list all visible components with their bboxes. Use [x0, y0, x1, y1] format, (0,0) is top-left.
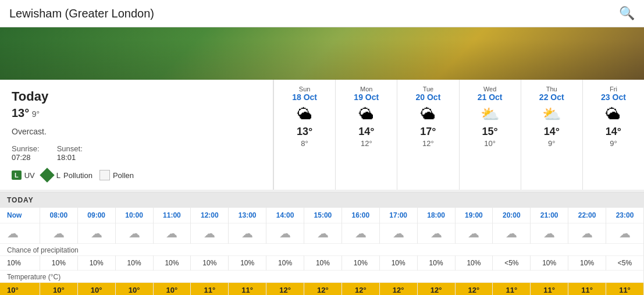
- weather-icon-cell: ☁: [379, 223, 417, 244]
- weather-icon-cell: ☁: [455, 223, 493, 244]
- sunset-label: Sunset:: [57, 144, 83, 153]
- pollution-level: L: [56, 171, 61, 180]
- precip-cell: 10%: [417, 256, 455, 271]
- weather-icon-cell: ☁: [191, 223, 229, 244]
- cloud-icon: ☁: [468, 227, 479, 240]
- forecast-day[interactable]: Tue 20 Oct 🌥 17° 12°: [397, 80, 458, 190]
- hourly-section: TODAY Now08:0009:0010:0011:0012:0013:001…: [0, 192, 644, 295]
- forecast-low: 10°: [464, 139, 516, 148]
- hourly-table: Now08:0009:0010:0011:0012:0013:0014:0015…: [0, 208, 644, 295]
- badges-row: L UV L Pollution Pollen: [12, 170, 261, 180]
- forecast-day-name: Wed: [464, 86, 516, 93]
- today-label-bar: TODAY: [0, 193, 644, 208]
- precip-cell: 10%: [568, 256, 606, 271]
- temp-cell: 11°: [606, 283, 644, 296]
- forecast-high: 14°: [340, 126, 392, 138]
- search-icon[interactable]: 🔍: [619, 6, 635, 21]
- temp-cell: 12°: [266, 283, 304, 296]
- temp-cell: 10°: [0, 283, 40, 296]
- temp-cell: 11°: [568, 283, 606, 296]
- forecast-day[interactable]: Mon 19 Oct 🌥 14° 12°: [335, 80, 397, 190]
- weather-icon-cell: ☁: [153, 223, 191, 244]
- time-header-cell: 19:00: [455, 208, 493, 223]
- cloud-icon: ☁: [543, 227, 555, 240]
- time-header-cell: 13:00: [229, 208, 266, 223]
- cloud-icon: ☁: [7, 227, 19, 240]
- weather-icon-cell: ☁: [417, 223, 455, 244]
- forecast-icon: ⛅: [526, 105, 578, 123]
- location-title: Lewisham (Greater London): [9, 7, 154, 20]
- time-header-cell: 22:00: [568, 208, 606, 223]
- time-header-cell: 10:00: [115, 208, 153, 223]
- precip-cell: 10%: [191, 256, 229, 271]
- forecast-high: 17°: [402, 126, 454, 138]
- time-header-cell: 18:00: [417, 208, 455, 223]
- forecast-date: 23 Oct: [588, 93, 639, 102]
- forecast-high: 14°: [588, 126, 639, 138]
- weather-icon-cell: ☁: [341, 223, 379, 244]
- precip-cell: 10%: [153, 256, 191, 271]
- forecast-day-name: Mon: [340, 86, 392, 93]
- forecast-day-name: Thu: [526, 86, 578, 93]
- forecast-icon: 🌥: [588, 105, 639, 123]
- time-header-row: Now08:0009:0010:0011:0012:0013:0014:0015…: [0, 208, 644, 223]
- temp-label-row: Temperature (°C): [0, 271, 644, 283]
- forecast-low: 9°: [526, 139, 578, 148]
- time-header-cell: 08:00: [40, 208, 77, 223]
- cloud-icon: ☁: [317, 227, 329, 240]
- precip-row: 10%10%10%10%10%10%10%10%10%10%10%10%10%<…: [0, 256, 644, 271]
- cloud-icon: ☁: [53, 227, 65, 240]
- weather-icon-cell: ☁: [40, 223, 77, 244]
- forecast-icon: ⛅: [464, 105, 516, 123]
- cloud-icon: ☁: [430, 227, 442, 240]
- forecast-date: 22 Oct: [526, 93, 578, 102]
- temp-cell: 10°: [115, 283, 153, 296]
- forecast-day[interactable]: Thu 22 Oct ⛅ 14° 9°: [521, 80, 582, 190]
- forecast-strip: Sun 18 Oct 🌥 13° 8° Mon 19 Oct 🌥 14° 12°…: [273, 80, 644, 190]
- today-panel: Today 13° 9° Overcast. Sunrise: 07:28 Su…: [0, 80, 273, 190]
- forecast-low: 9°: [588, 139, 639, 148]
- cloud-icon: ☁: [129, 227, 140, 240]
- temp-cell: 11°: [493, 283, 531, 296]
- sunset-time: 18:01: [57, 153, 76, 162]
- precip-cell: 10%: [266, 256, 304, 271]
- temp-cell: 12°: [341, 283, 379, 296]
- cloud-icon: ☁: [506, 227, 517, 240]
- time-header-cell: 20:00: [493, 208, 531, 223]
- pollution-badge: L Pollution: [42, 170, 92, 180]
- time-header-cell: 11:00: [153, 208, 191, 223]
- temp-cell: 11°: [531, 283, 568, 296]
- precip-cell: 10%: [115, 256, 153, 271]
- uv-level: L: [12, 170, 22, 180]
- forecast-day-name: Fri: [588, 86, 639, 93]
- weather-icon-cell: ☁: [531, 223, 568, 244]
- forecast-icon: 🌥: [279, 105, 330, 123]
- temp-cell: 11°: [191, 283, 229, 296]
- forecast-day[interactable]: Fri 23 Oct 🌥 14° 9°: [582, 80, 644, 190]
- temp-cell: 10°: [77, 283, 115, 296]
- sunset-item: Sunset: 18:01: [57, 144, 83, 162]
- weather-icon-cell: ☁: [229, 223, 266, 244]
- cloud-icon: ☁: [619, 227, 631, 240]
- precip-cell: 10%: [40, 256, 77, 271]
- sunrise-time: 07:28: [12, 153, 31, 162]
- temp-cell: 11°: [229, 283, 266, 296]
- forecast-low: 12°: [340, 139, 392, 148]
- forecast-high: 14°: [526, 126, 578, 138]
- time-header-cell: 16:00: [341, 208, 379, 223]
- pollen-icon: [99, 170, 110, 180]
- forecast-icon: 🌥: [340, 105, 392, 123]
- today-temperatures: 13° 9°: [12, 106, 261, 120]
- precip-cell: 10%: [379, 256, 417, 271]
- temp-cell: 10°: [40, 283, 77, 296]
- today-low-temp: 9°: [32, 109, 40, 119]
- forecast-day[interactable]: Wed 21 Oct ⛅ 15° 10°: [459, 80, 521, 190]
- forecast-high: 15°: [464, 126, 516, 138]
- uv-label: UV: [24, 171, 35, 180]
- precip-cell: 10%: [455, 256, 493, 271]
- today-description: Overcast.: [12, 127, 261, 136]
- forecast-date: 19 Oct: [340, 93, 392, 102]
- forecast-day[interactable]: Sun 18 Oct 🌥 13° 8°: [273, 80, 335, 190]
- precip-cell: 10%: [0, 256, 40, 271]
- top-bar: Lewisham (Greater London) 🔍: [0, 0, 644, 27]
